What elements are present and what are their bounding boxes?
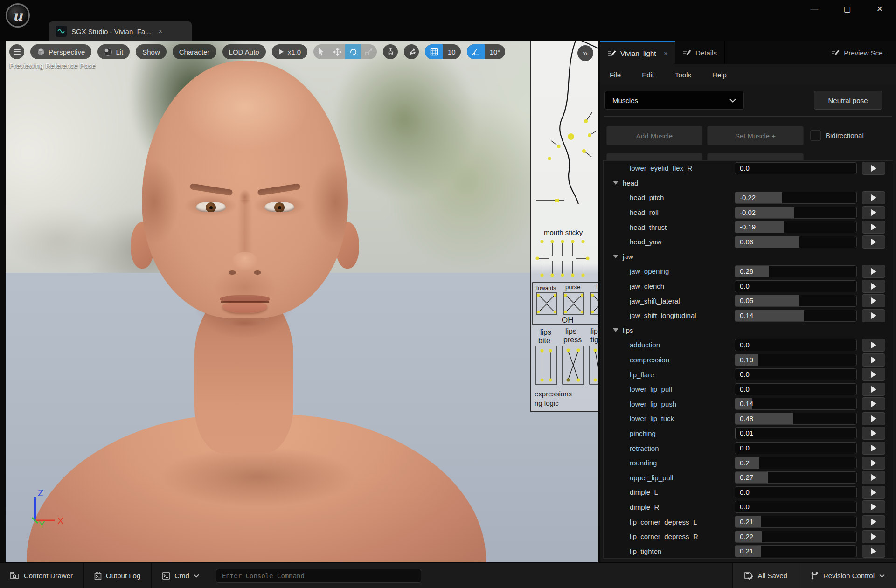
muscle-play-button[interactable] (862, 280, 885, 293)
local-space-button[interactable] (383, 44, 398, 59)
3d-viewport[interactable]: mouth sticky (6, 41, 598, 562)
tab-close-icon[interactable]: × (664, 50, 667, 57)
muscle-value-slider[interactable]: 0.14 (735, 310, 857, 322)
muscle-play-button[interactable] (862, 457, 885, 470)
muscle-play-button[interactable] (862, 486, 885, 499)
muscle-value: 0.14 (740, 310, 753, 321)
muscle-value-slider[interactable]: 0.0 (735, 442, 857, 454)
muscle-play-button[interactable] (862, 442, 885, 455)
muscle-play-button[interactable] (862, 515, 885, 528)
minimize-button[interactable]: — (808, 3, 820, 15)
document-tab-close-icon[interactable]: × (159, 28, 162, 35)
muscle-value-slider[interactable]: 0.0 (735, 383, 857, 395)
muscle-value-slider[interactable]: 0.21 (735, 545, 857, 557)
muscle-value-slider[interactable]: 0.0 (735, 368, 857, 380)
tab-preview-scene[interactable]: Preview Sce... (824, 41, 896, 64)
muscle-list[interactable]: lower_eyelid_flex_R 0.0 head head_pitch … (603, 160, 893, 559)
angle-snap-control[interactable]: 10° (467, 44, 506, 59)
muscle-value-slider[interactable]: 0.48 (735, 413, 857, 425)
toolbar-expand-button[interactable]: » (577, 45, 593, 61)
muscle-play-button[interactable] (862, 221, 885, 234)
tab-details[interactable]: Details (675, 41, 725, 64)
muscle-play-button[interactable] (862, 368, 885, 381)
close-button[interactable]: ✕ (874, 3, 886, 15)
muscle-play-button[interactable] (862, 545, 885, 558)
muscle-play-button[interactable] (862, 162, 885, 175)
viewport-menu-button[interactable] (9, 44, 24, 59)
all-saved-button[interactable]: All Saved (732, 563, 799, 588)
menu-edit[interactable]: Edit (642, 71, 654, 79)
collapse-triangle-icon[interactable] (613, 255, 618, 258)
muscle-value-slider[interactable]: 0.01 (735, 427, 857, 439)
muscle-value-slider[interactable]: 0.21 (735, 516, 857, 528)
muscle-value-slider[interactable]: 0.19 (735, 354, 857, 366)
muscle-value-slider[interactable]: 0.27 (735, 471, 857, 484)
muscle-value-slider[interactable]: 0.0 (735, 339, 857, 351)
muscle-group-row[interactable]: head (604, 176, 893, 191)
muscle-play-button[interactable] (862, 412, 885, 425)
muscle-value-slider[interactable]: 0.28 (735, 265, 857, 277)
muscle-value-slider[interactable]: 0.0 (735, 501, 857, 513)
menu-tools[interactable]: Tools (675, 71, 691, 79)
muscle-value: 0.28 (740, 266, 753, 277)
revision-control-button[interactable]: Revision Control (799, 563, 896, 588)
muscle-play-button[interactable] (862, 309, 885, 322)
muscle-play-button[interactable] (862, 339, 885, 352)
muscle-value-slider[interactable]: 0.22 (735, 531, 857, 543)
neutral-pose-button[interactable]: Neutral pose (814, 91, 882, 110)
set-muscle-plus-button[interactable]: Set Muscle + (707, 126, 804, 145)
lit-mode-button[interactable]: Lit (97, 44, 130, 59)
collapse-triangle-icon[interactable] (613, 328, 618, 332)
console-command-input[interactable] (216, 569, 421, 583)
playback-speed-button[interactable]: x1.0 (272, 44, 307, 59)
add-muscle-button[interactable]: Add Muscle (606, 126, 702, 145)
move-tool[interactable] (329, 44, 345, 59)
muscle-value-slider[interactable]: 0.2 (735, 457, 857, 469)
muscle-play-button[interactable] (862, 471, 885, 484)
muscle-play-button[interactable] (862, 397, 885, 410)
output-log-button[interactable]: Output Log (84, 563, 151, 588)
cmd-selector[interactable]: Cmd (152, 563, 209, 588)
muscle-play-button[interactable] (862, 427, 885, 440)
collapse-triangle-icon[interactable] (613, 181, 618, 185)
select-tool[interactable] (313, 44, 329, 59)
muscle-value-slider[interactable]: 0.05 (735, 295, 857, 307)
muscle-group-row[interactable]: jaw (604, 249, 893, 264)
muscle-play-button[interactable] (862, 530, 885, 543)
tab-vivian-light[interactable]: Vivian_light × (600, 41, 675, 64)
menu-help[interactable]: Help (712, 71, 727, 79)
muscle-value-slider[interactable]: 0.0 (735, 486, 857, 498)
unreal-engine-logo-icon[interactable]: u (6, 3, 30, 28)
show-button[interactable]: Show (136, 44, 167, 59)
world-space-button[interactable] (404, 44, 419, 59)
grid-snap-control[interactable]: 10 (425, 44, 461, 59)
muscle-value-slider[interactable]: -0.02 (735, 207, 857, 219)
muscle-value-slider[interactable]: 0.0 (735, 280, 857, 292)
perspective-button[interactable]: Perspective (30, 44, 91, 59)
muscle-play-button[interactable] (862, 235, 885, 249)
rotate-tool[interactable] (345, 44, 361, 59)
muscle-play-button[interactable] (862, 353, 885, 367)
muscle-value-slider[interactable]: 0.14 (735, 398, 857, 410)
muscle-value-slider[interactable]: 0.06 (735, 236, 857, 248)
muscle-play-button[interactable] (862, 294, 885, 307)
bidirectional-checkbox[interactable] (810, 130, 821, 141)
muscle-group-row[interactable]: lips (604, 323, 893, 338)
muscle-play-button[interactable] (862, 383, 885, 396)
muscle-play-button[interactable] (862, 206, 885, 219)
muscle-value-slider[interactable]: 0.0 (735, 162, 857, 174)
menu-file[interactable]: File (610, 71, 621, 79)
character-bust (6, 41, 598, 562)
muscle-value-slider[interactable]: -0.22 (735, 192, 857, 204)
lod-auto-button[interactable]: LOD Auto (222, 44, 266, 59)
muscle-play-button[interactable] (862, 191, 885, 204)
maximize-button[interactable]: ▢ (841, 3, 853, 15)
muscle-value-slider[interactable]: -0.19 (735, 221, 857, 233)
content-drawer-button[interactable]: Content Drawer (0, 563, 83, 588)
muscle-play-button[interactable] (862, 500, 885, 513)
muscle-play-button[interactable] (862, 265, 885, 278)
mode-dropdown[interactable]: Muscles (604, 91, 744, 110)
document-tab[interactable]: SGX Studio - Vivian_Fa... × (49, 21, 192, 41)
character-button[interactable]: Character (173, 44, 216, 59)
scale-tool[interactable] (361, 44, 377, 59)
